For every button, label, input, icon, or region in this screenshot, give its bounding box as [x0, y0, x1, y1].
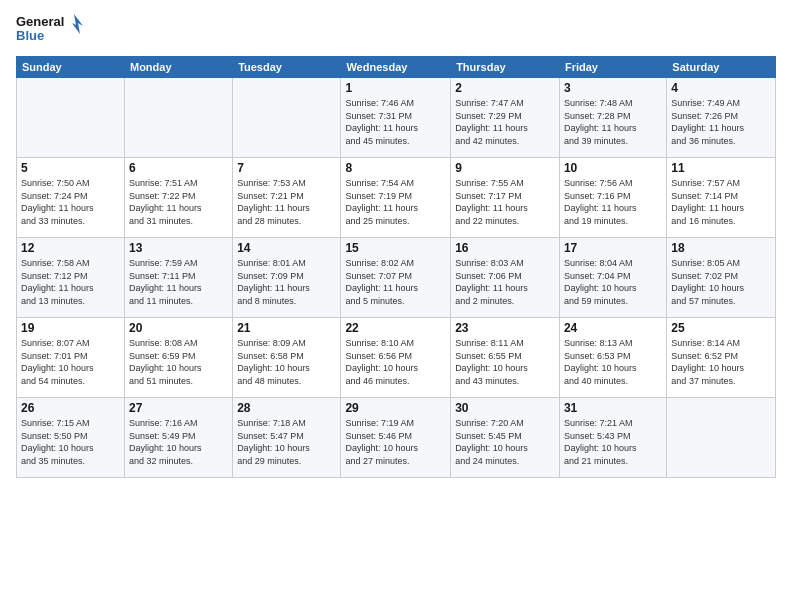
day-number: 30 [455, 401, 555, 415]
day-info: Sunrise: 7:47 AM Sunset: 7:29 PM Dayligh… [455, 97, 555, 147]
weekday-header: Saturday [667, 57, 776, 78]
calendar-cell [667, 398, 776, 478]
day-info: Sunrise: 7:19 AM Sunset: 5:46 PM Dayligh… [345, 417, 446, 467]
calendar-cell: 28Sunrise: 7:18 AM Sunset: 5:47 PM Dayli… [233, 398, 341, 478]
weekday-header: Monday [124, 57, 232, 78]
day-info: Sunrise: 8:09 AM Sunset: 6:58 PM Dayligh… [237, 337, 336, 387]
day-info: Sunrise: 8:04 AM Sunset: 7:04 PM Dayligh… [564, 257, 662, 307]
day-number: 15 [345, 241, 446, 255]
day-number: 22 [345, 321, 446, 335]
calendar-week-row: 12Sunrise: 7:58 AM Sunset: 7:12 PM Dayli… [17, 238, 776, 318]
calendar-cell: 18Sunrise: 8:05 AM Sunset: 7:02 PM Dayli… [667, 238, 776, 318]
day-info: Sunrise: 7:49 AM Sunset: 7:26 PM Dayligh… [671, 97, 771, 147]
calendar-cell: 4Sunrise: 7:49 AM Sunset: 7:26 PM Daylig… [667, 78, 776, 158]
day-info: Sunrise: 7:48 AM Sunset: 7:28 PM Dayligh… [564, 97, 662, 147]
calendar-cell: 27Sunrise: 7:16 AM Sunset: 5:49 PM Dayli… [124, 398, 232, 478]
day-info: Sunrise: 8:13 AM Sunset: 6:53 PM Dayligh… [564, 337, 662, 387]
day-info: Sunrise: 7:54 AM Sunset: 7:19 PM Dayligh… [345, 177, 446, 227]
day-info: Sunrise: 7:59 AM Sunset: 7:11 PM Dayligh… [129, 257, 228, 307]
calendar-page: General Blue SundayMondayTuesdayWednesda… [0, 0, 792, 612]
day-info: Sunrise: 8:05 AM Sunset: 7:02 PM Dayligh… [671, 257, 771, 307]
logo-svg: General Blue [16, 12, 86, 48]
day-number: 14 [237, 241, 336, 255]
day-info: Sunrise: 7:46 AM Sunset: 7:31 PM Dayligh… [345, 97, 446, 147]
calendar-cell: 29Sunrise: 7:19 AM Sunset: 5:46 PM Dayli… [341, 398, 451, 478]
calendar-cell: 19Sunrise: 8:07 AM Sunset: 7:01 PM Dayli… [17, 318, 125, 398]
calendar-cell: 7Sunrise: 7:53 AM Sunset: 7:21 PM Daylig… [233, 158, 341, 238]
calendar-cell: 13Sunrise: 7:59 AM Sunset: 7:11 PM Dayli… [124, 238, 232, 318]
day-number: 2 [455, 81, 555, 95]
calendar-cell [17, 78, 125, 158]
calendar-cell [233, 78, 341, 158]
calendar-week-row: 26Sunrise: 7:15 AM Sunset: 5:50 PM Dayli… [17, 398, 776, 478]
day-info: Sunrise: 7:51 AM Sunset: 7:22 PM Dayligh… [129, 177, 228, 227]
calendar-cell: 10Sunrise: 7:56 AM Sunset: 7:16 PM Dayli… [559, 158, 666, 238]
day-number: 29 [345, 401, 446, 415]
day-number: 3 [564, 81, 662, 95]
day-number: 11 [671, 161, 771, 175]
calendar-cell: 26Sunrise: 7:15 AM Sunset: 5:50 PM Dayli… [17, 398, 125, 478]
calendar-cell: 6Sunrise: 7:51 AM Sunset: 7:22 PM Daylig… [124, 158, 232, 238]
calendar-cell: 14Sunrise: 8:01 AM Sunset: 7:09 PM Dayli… [233, 238, 341, 318]
day-info: Sunrise: 7:58 AM Sunset: 7:12 PM Dayligh… [21, 257, 120, 307]
calendar-cell: 1Sunrise: 7:46 AM Sunset: 7:31 PM Daylig… [341, 78, 451, 158]
calendar-table: SundayMondayTuesdayWednesdayThursdayFrid… [16, 56, 776, 478]
day-number: 19 [21, 321, 120, 335]
calendar-cell: 20Sunrise: 8:08 AM Sunset: 6:59 PM Dayli… [124, 318, 232, 398]
day-info: Sunrise: 7:18 AM Sunset: 5:47 PM Dayligh… [237, 417, 336, 467]
day-info: Sunrise: 7:53 AM Sunset: 7:21 PM Dayligh… [237, 177, 336, 227]
day-info: Sunrise: 7:56 AM Sunset: 7:16 PM Dayligh… [564, 177, 662, 227]
day-number: 16 [455, 241, 555, 255]
calendar-cell: 5Sunrise: 7:50 AM Sunset: 7:24 PM Daylig… [17, 158, 125, 238]
day-info: Sunrise: 8:08 AM Sunset: 6:59 PM Dayligh… [129, 337, 228, 387]
calendar-cell: 21Sunrise: 8:09 AM Sunset: 6:58 PM Dayli… [233, 318, 341, 398]
header: General Blue [16, 12, 776, 48]
day-info: Sunrise: 8:11 AM Sunset: 6:55 PM Dayligh… [455, 337, 555, 387]
calendar-cell [124, 78, 232, 158]
weekday-header: Wednesday [341, 57, 451, 78]
calendar-cell: 17Sunrise: 8:04 AM Sunset: 7:04 PM Dayli… [559, 238, 666, 318]
day-info: Sunrise: 8:01 AM Sunset: 7:09 PM Dayligh… [237, 257, 336, 307]
calendar-cell: 15Sunrise: 8:02 AM Sunset: 7:07 PM Dayli… [341, 238, 451, 318]
day-number: 23 [455, 321, 555, 335]
day-number: 20 [129, 321, 228, 335]
svg-text:General: General [16, 14, 64, 29]
weekday-header: Tuesday [233, 57, 341, 78]
day-info: Sunrise: 7:15 AM Sunset: 5:50 PM Dayligh… [21, 417, 120, 467]
calendar-cell: 24Sunrise: 8:13 AM Sunset: 6:53 PM Dayli… [559, 318, 666, 398]
day-number: 17 [564, 241, 662, 255]
calendar-cell: 12Sunrise: 7:58 AM Sunset: 7:12 PM Dayli… [17, 238, 125, 318]
day-number: 5 [21, 161, 120, 175]
day-info: Sunrise: 8:10 AM Sunset: 6:56 PM Dayligh… [345, 337, 446, 387]
weekday-header: Friday [559, 57, 666, 78]
day-info: Sunrise: 7:50 AM Sunset: 7:24 PM Dayligh… [21, 177, 120, 227]
calendar-cell: 9Sunrise: 7:55 AM Sunset: 7:17 PM Daylig… [451, 158, 560, 238]
weekday-header: Thursday [451, 57, 560, 78]
calendar-week-row: 1Sunrise: 7:46 AM Sunset: 7:31 PM Daylig… [17, 78, 776, 158]
day-number: 31 [564, 401, 662, 415]
day-info: Sunrise: 8:03 AM Sunset: 7:06 PM Dayligh… [455, 257, 555, 307]
weekday-header: Sunday [17, 57, 125, 78]
calendar-cell: 30Sunrise: 7:20 AM Sunset: 5:45 PM Dayli… [451, 398, 560, 478]
day-info: Sunrise: 7:20 AM Sunset: 5:45 PM Dayligh… [455, 417, 555, 467]
day-number: 18 [671, 241, 771, 255]
calendar-week-row: 19Sunrise: 8:07 AM Sunset: 7:01 PM Dayli… [17, 318, 776, 398]
calendar-cell: 2Sunrise: 7:47 AM Sunset: 7:29 PM Daylig… [451, 78, 560, 158]
calendar-cell: 16Sunrise: 8:03 AM Sunset: 7:06 PM Dayli… [451, 238, 560, 318]
calendar-week-row: 5Sunrise: 7:50 AM Sunset: 7:24 PM Daylig… [17, 158, 776, 238]
day-number: 8 [345, 161, 446, 175]
day-info: Sunrise: 7:55 AM Sunset: 7:17 PM Dayligh… [455, 177, 555, 227]
svg-marker-2 [72, 14, 83, 34]
day-number: 24 [564, 321, 662, 335]
day-number: 25 [671, 321, 771, 335]
day-number: 9 [455, 161, 555, 175]
day-number: 4 [671, 81, 771, 95]
calendar-cell: 22Sunrise: 8:10 AM Sunset: 6:56 PM Dayli… [341, 318, 451, 398]
day-number: 12 [21, 241, 120, 255]
calendar-cell: 8Sunrise: 7:54 AM Sunset: 7:19 PM Daylig… [341, 158, 451, 238]
day-number: 1 [345, 81, 446, 95]
calendar-header-row: SundayMondayTuesdayWednesdayThursdayFrid… [17, 57, 776, 78]
day-info: Sunrise: 7:21 AM Sunset: 5:43 PM Dayligh… [564, 417, 662, 467]
day-info: Sunrise: 8:14 AM Sunset: 6:52 PM Dayligh… [671, 337, 771, 387]
calendar-cell: 3Sunrise: 7:48 AM Sunset: 7:28 PM Daylig… [559, 78, 666, 158]
